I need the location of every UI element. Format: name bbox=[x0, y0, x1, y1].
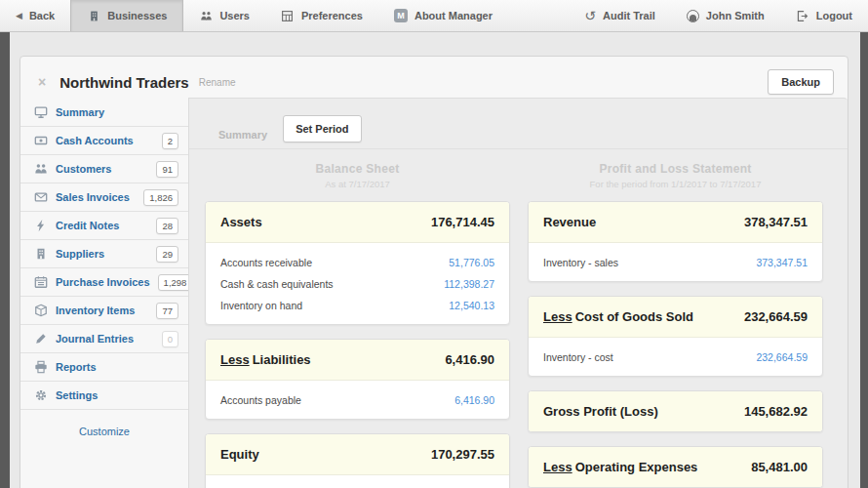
count-badge: 29 bbox=[156, 246, 178, 263]
less-prefix: Less bbox=[220, 352, 250, 367]
top-navbar: ◀ Back Businesses Users Preferences M Ab… bbox=[0, 0, 868, 32]
sidebar-item-label: Purchase Invoices bbox=[56, 276, 150, 288]
card-header: LessCost of Goods Sold 232,664.59 bbox=[529, 297, 822, 338]
set-period-button[interactable]: Set Period bbox=[283, 115, 361, 142]
table-row: Inventory - sales 373,347.51 bbox=[529, 252, 822, 273]
pen-icon bbox=[34, 332, 48, 346]
close-icon[interactable]: × bbox=[38, 75, 46, 89]
sidebar-item-label: Inventory Items bbox=[56, 305, 148, 316]
sidebar-item-customers[interactable]: Customers 91 bbox=[20, 154, 188, 183]
profit-loss-heading: Profit and Loss Statement For the period… bbox=[528, 162, 823, 189]
envelope-icon bbox=[34, 190, 48, 204]
balance-sheet-subtitle: As at 7/17/2017 bbox=[205, 179, 510, 189]
sidebar-item-purchase-invoices[interactable]: Purchase Invoices 1,298 bbox=[20, 267, 188, 296]
account-amount-link[interactable]: 6,416.90 bbox=[454, 394, 494, 406]
sidebar-item-label: Reports bbox=[56, 361, 178, 373]
card-rows: Retained earnings 170,297.55 bbox=[206, 475, 509, 488]
nav-tab-label: Preferences bbox=[301, 10, 363, 21]
logout-label: Logout bbox=[816, 10, 852, 21]
account-amount-link[interactable]: 51,776.05 bbox=[449, 257, 494, 268]
navbar-spacer bbox=[508, 0, 569, 31]
sidebar-item-label: Customers bbox=[56, 163, 148, 175]
logout-button[interactable]: Logout bbox=[780, 0, 868, 31]
sidebar-item-credit-notes[interactable]: Credit Notes 28 bbox=[20, 211, 188, 239]
user-avatar-icon bbox=[687, 10, 699, 22]
account-label: Inventory on hand bbox=[220, 300, 302, 311]
table-row: Accounts receivable 51,776.05 bbox=[206, 252, 509, 273]
card-title: LessOperating Expenses bbox=[543, 460, 697, 474]
logout-icon bbox=[796, 9, 809, 22]
sidebar-item-settings[interactable]: Settings bbox=[20, 381, 188, 409]
card-total: 176,714.45 bbox=[431, 215, 494, 229]
card-title: Gross Profit (Loss) bbox=[543, 404, 658, 419]
balance-sheet-title: Balance Sheet bbox=[205, 162, 510, 176]
user-menu[interactable]: John Smith bbox=[671, 0, 780, 31]
count-badge: 1,826 bbox=[143, 189, 178, 206]
sidebar-item-label: Summary bbox=[56, 106, 178, 118]
count-badge: 77 bbox=[156, 303, 178, 319]
nav-tab-users[interactable]: Users bbox=[183, 0, 265, 31]
user-name: John Smith bbox=[706, 10, 765, 21]
sidebar-item-label: Sales Invoices bbox=[56, 191, 136, 203]
users-icon bbox=[199, 9, 213, 22]
gross-profit-card: Gross Profit (Loss) 145,682.92 bbox=[528, 390, 823, 432]
card-total: 85,481.00 bbox=[751, 460, 808, 474]
table-row: Retained earnings 170,297.55 bbox=[206, 484, 509, 488]
business-panel: × Northwind Traders Rename Backup Summar… bbox=[20, 56, 848, 488]
backup-button[interactable]: Backup bbox=[768, 69, 834, 95]
sidebar-item-summary[interactable]: Summary bbox=[20, 98, 188, 126]
account-amount-link[interactable]: 112,398.27 bbox=[444, 278, 494, 290]
card-rows: Inventory - sales 373,347.51 bbox=[529, 243, 822, 281]
card-title: Revenue bbox=[543, 215, 596, 229]
nav-tab-about-manager[interactable]: M About Manager bbox=[378, 0, 508, 31]
back-button[interactable]: ◀ Back bbox=[0, 0, 70, 31]
profit-loss-column: Profit and Loss Statement For the period… bbox=[528, 159, 823, 488]
audit-trail-button[interactable]: ↺ Audit Trail bbox=[569, 0, 671, 31]
card-header: Assets 176,714.45 bbox=[206, 202, 509, 243]
card-header: Gross Profit (Loss) 145,682.92 bbox=[529, 391, 822, 431]
gear-icon bbox=[34, 388, 48, 402]
report-columns: Balance Sheet As at 7/17/2017 Assets 176… bbox=[189, 149, 848, 488]
count-badge: 28 bbox=[156, 218, 178, 234]
sidebar-item-suppliers[interactable]: Suppliers 29 bbox=[20, 239, 188, 267]
account-label: Accounts receivable bbox=[220, 257, 312, 268]
card-total: 145,682.92 bbox=[744, 404, 808, 419]
card-title-text: Operating Expenses bbox=[575, 460, 698, 474]
account-label: Inventory - cost bbox=[543, 351, 613, 363]
nav-tab-businesses[interactable]: Businesses bbox=[70, 0, 183, 31]
sidebar-item-cash-accounts[interactable]: Cash Accounts 2 bbox=[20, 126, 188, 154]
card-rows: Accounts receivable 51,776.05 Cash & cas… bbox=[206, 243, 509, 324]
operating-expenses-card: LessOperating Expenses 85,481.00 bbox=[528, 446, 823, 488]
sidebar-item-reports[interactable]: Reports bbox=[20, 352, 188, 381]
printer-icon bbox=[34, 360, 48, 374]
cash-icon bbox=[34, 134, 48, 147]
back-arrow-icon: ◀ bbox=[16, 11, 22, 20]
sidebar-item-sales-invoices[interactable]: Sales Invoices 1,826 bbox=[20, 183, 188, 211]
lightning-icon bbox=[34, 219, 48, 232]
building-icon bbox=[87, 9, 100, 22]
account-amount-link[interactable]: 373,347.51 bbox=[756, 257, 808, 268]
page-background: × Northwind Traders Rename Backup Summar… bbox=[10, 32, 860, 488]
card-header: LessOperating Expenses 85,481.00 bbox=[529, 447, 822, 487]
card-title-text: Cost of Goods Sold bbox=[575, 309, 693, 324]
nav-tab-preferences[interactable]: Preferences bbox=[265, 0, 378, 31]
rename-link[interactable]: Rename bbox=[199, 77, 236, 88]
account-amount-link[interactable]: 12,540.13 bbox=[449, 300, 494, 311]
tab-summary[interactable]: Summary bbox=[207, 121, 279, 148]
card-total: 232,664.59 bbox=[744, 309, 808, 324]
account-amount-link[interactable]: 232,664.59 bbox=[756, 351, 808, 363]
profit-loss-subtitle: For the period from 1/1/2017 to 7/17/201… bbox=[528, 179, 823, 189]
customize-link[interactable]: Customize bbox=[79, 426, 130, 437]
building-icon bbox=[34, 247, 48, 261]
assets-card: Assets 176,714.45 Accounts receivable 51… bbox=[205, 201, 510, 325]
table-row: Inventory - cost 232,664.59 bbox=[529, 346, 822, 368]
main-content: Summary Set Period Balance Sheet As at 7… bbox=[188, 98, 848, 488]
tab-strip: Summary Set Period bbox=[189, 99, 848, 149]
card-header: Equity 170,297.55 bbox=[206, 434, 509, 475]
card-total: 378,347.51 bbox=[744, 215, 808, 229]
manager-logo-icon: M bbox=[394, 9, 408, 22]
sidebar-item-inventory-items[interactable]: Inventory Items 77 bbox=[20, 296, 188, 324]
sidebar-item-label: Journal Entries bbox=[56, 333, 154, 345]
balance-sheet-heading: Balance Sheet As at 7/17/2017 bbox=[205, 162, 510, 189]
sidebar-item-journal-entries[interactable]: Journal Entries 0 bbox=[20, 324, 188, 352]
